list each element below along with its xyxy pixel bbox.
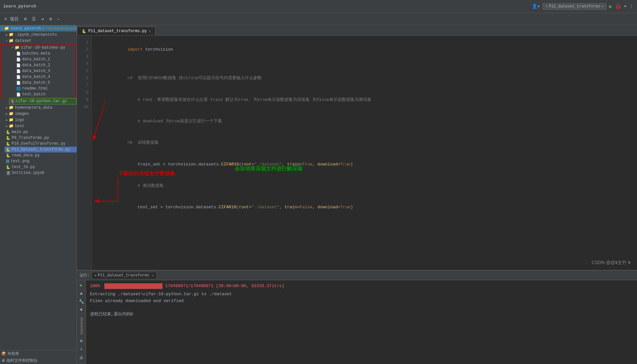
batches-meta-icon: 📄 xyxy=(16,52,21,56)
untitled-ipynb-item[interactable]: 📓 Untitled.ipynb xyxy=(5,170,77,176)
main-py-item[interactable]: 🐍 main.py xyxy=(5,129,77,135)
p11-label: P11_dataset_transforms.py xyxy=(12,147,70,152)
run-config-tab[interactable]: ● P11_dataset_transforms ✕ xyxy=(92,272,156,279)
test-tb-item[interactable]: 🐍 test_tb.py xyxy=(5,164,77,170)
project-folder-icon: 📁 xyxy=(4,26,9,31)
p11-item[interactable]: 🐍 P11_dataset_transforms.py xyxy=(5,147,77,152)
dataset-chevron: ▾ xyxy=(6,39,8,43)
list-btn[interactable]: ☰ xyxy=(30,15,38,23)
temp-files-label: 临时文件和控制台 xyxy=(6,358,38,363)
project-root-label: learn_pytorch xyxy=(10,26,41,31)
more-button[interactable]: ⋮ xyxy=(629,4,634,9)
tab-close-btn[interactable]: ✕ xyxy=(149,29,151,33)
watermark: CSDN @@¥文竹 ¥ xyxy=(592,259,631,267)
stop-btn[interactable]: ⬛ xyxy=(78,362,85,364)
minimize-btn[interactable]: — xyxy=(56,16,61,23)
project-label[interactable]: ≡ 项目 xyxy=(3,15,20,23)
data-batch-3-icon: 📄 xyxy=(16,69,21,73)
hymenoptera-item[interactable]: ▶ 📁 hymenoptera_data xyxy=(5,104,77,111)
data-batch-4-item[interactable]: 📄 data_batch_4 xyxy=(15,74,75,80)
run-button[interactable]: ▶ xyxy=(609,3,612,10)
data-batch-1-icon: 📄 xyxy=(16,57,21,62)
data-batch-3-label: data_batch_3 xyxy=(22,69,50,73)
data-batch-3-item[interactable]: 📄 data_batch_3 xyxy=(15,68,75,74)
run-config-chevron[interactable]: ▾ xyxy=(602,5,604,8)
test-folder-item[interactable]: ▶ 📁 test xyxy=(5,123,77,129)
play-btn[interactable]: ▶ xyxy=(79,282,84,289)
settings-btn[interactable]: ⚙ xyxy=(48,15,54,23)
ipynb-checkpoints-label: .ipynb_checkpoints xyxy=(15,32,57,37)
bottom-left-controls: ▶ ▲ 🔧 ▼ BOOKMARKS ⊞ ⬇ 🖨 ⬛ xyxy=(77,280,86,364)
sync-btn[interactable]: ⇌ xyxy=(40,15,45,23)
test-folder-label: test xyxy=(15,124,24,128)
editor-area: 🐍 P11_dataset_transforms.py ✕ 1 2 3 4 5 … xyxy=(77,25,637,270)
test-folder-icon: 📁 xyxy=(9,124,14,128)
data-batch-1-label: data_batch_1 xyxy=(22,57,50,62)
test-png-item[interactable]: 🖼 test.png xyxy=(5,158,77,164)
bottom-run-bar: 运行: ● P11_dataset_transforms ✕ xyxy=(77,271,637,280)
cifar-batches-folder-item[interactable]: ▾ 📁 cifar-10-batches-py xyxy=(10,44,75,51)
dataset-folder-item[interactable]: ▾ 📁 dataset xyxy=(5,38,77,44)
console-area[interactable]: 100% 170498071/170498071 [30:46<00:00, 9… xyxy=(86,280,637,364)
dataset-folder-icon: 📁 xyxy=(9,38,14,43)
batches-meta-label: batches.meta xyxy=(22,51,50,56)
logs-label: logs xyxy=(15,118,24,122)
readme-html-item[interactable]: 🌐 readme.html xyxy=(15,86,75,91)
untitled-ipynb-icon: 📓 xyxy=(6,171,10,175)
data-batch-2-item[interactable]: 📄 data_batch_2 xyxy=(15,62,75,68)
user-icon[interactable]: 👤▾ xyxy=(532,4,540,9)
grid-btn[interactable]: ⊞ xyxy=(79,337,84,345)
images-folder-item[interactable]: ▶ 📁 images xyxy=(5,111,77,117)
batches-meta-item[interactable]: 📄 batches.meta xyxy=(15,51,75,56)
untitled-ipynb-label: Untitled.ipynb xyxy=(12,171,44,175)
folder-icon: 📁 xyxy=(9,32,14,37)
wrench-btn[interactable]: 🔧 xyxy=(78,298,85,305)
ipynb-checkpoints-item[interactable]: ▶ 📁 .ipynb_checkpoints xyxy=(5,31,77,38)
data-batch-2-label: data_batch_2 xyxy=(22,63,50,67)
p9-item[interactable]: 🐍 P9_Transforms.py xyxy=(5,135,77,141)
project-path-label: D:\PyCharm\learn... xyxy=(42,27,77,30)
code-editor[interactable]: 1 2 3 4 5 6 7 8 9 10 import torchvision xyxy=(77,36,637,270)
debug-button[interactable]: 🐞 xyxy=(615,3,621,10)
arrow-down-btn[interactable]: ⬇ xyxy=(79,346,84,353)
test-batch-item[interactable]: 📄 test_batch xyxy=(15,91,75,97)
logs-folder-item[interactable]: ▶ 📁 logs xyxy=(5,117,77,123)
editor-tab-active[interactable]: 🐍 P11_dataset_transforms.py ✕ xyxy=(77,27,156,35)
sidebar: ▾ 📁 learn_pytorch D:\PyCharm\learn... ▶ … xyxy=(0,25,77,364)
p10-item[interactable]: 🐍 P10_UsefulTransforms.py xyxy=(5,141,77,147)
code-line-7: train_set = torchvision.datasets.CIFAR10… xyxy=(97,154,634,175)
progress-row: 100% 170498071/170498071 [30:46<00:00, 9… xyxy=(90,283,633,290)
progress-percent: 100% xyxy=(90,283,102,290)
project-root-item[interactable]: ▾ 📁 learn_pytorch D:\PyCharm\learn... xyxy=(0,25,77,31)
print-btn[interactable]: 🖨 xyxy=(78,354,84,361)
run-config-badge[interactable]: ● P11_dataset_transforms ▾ xyxy=(543,3,606,10)
code-content[interactable]: import torchvision ⊟# 使用CIFAR10数据集 按ctrl… xyxy=(92,36,637,270)
logs-chevron: ▶ xyxy=(6,118,8,122)
data-batch-1-item[interactable]: 📄 data_batch_1 xyxy=(15,56,75,62)
read-data-item[interactable]: 🐍 read_data.py xyxy=(5,152,77,158)
hymenoptera-folder-icon: 📁 xyxy=(9,105,14,110)
p10-icon: 🐍 xyxy=(6,142,10,146)
code-line-2 xyxy=(97,60,634,67)
run-tab-close[interactable]: ✕ xyxy=(152,273,154,277)
progress-bar-inner xyxy=(105,284,162,289)
add-btn[interactable]: ⊕ xyxy=(22,15,28,23)
data-batch-4-label: data_batch_4 xyxy=(22,75,50,79)
up-btn[interactable]: ▲ xyxy=(79,290,84,297)
external-libs-item[interactable]: 📦 外部库 xyxy=(0,350,77,357)
coverage-button[interactable]: ☂ xyxy=(624,4,627,9)
data-batch-5-item[interactable]: 📄 data_batch_5 xyxy=(15,80,75,86)
readme-html-label: readme.html xyxy=(22,86,48,91)
data-batch-5-label: data_batch_5 xyxy=(22,80,50,85)
temp-files-icon: 🖥 xyxy=(1,358,5,363)
test-batch-label: test_batch xyxy=(22,92,45,97)
code-line-9: test_set = torchvision.datasets.CIFAR10(… xyxy=(97,197,634,218)
external-libs-icon: 📦 xyxy=(1,351,6,356)
temp-files-item[interactable]: 🖥 临时文件和控制台 xyxy=(0,357,77,364)
p9-icon: 🐍 xyxy=(6,136,10,140)
data-batch-5-icon: 📄 xyxy=(16,81,21,85)
test-folder-chevron: ▶ xyxy=(6,124,8,128)
cifar-gz-item[interactable]: 🗜 cifar-10-python.tar.gz xyxy=(9,98,77,104)
read-data-icon: 🐍 xyxy=(6,153,10,158)
down-btn[interactable]: ▼ xyxy=(79,307,84,313)
